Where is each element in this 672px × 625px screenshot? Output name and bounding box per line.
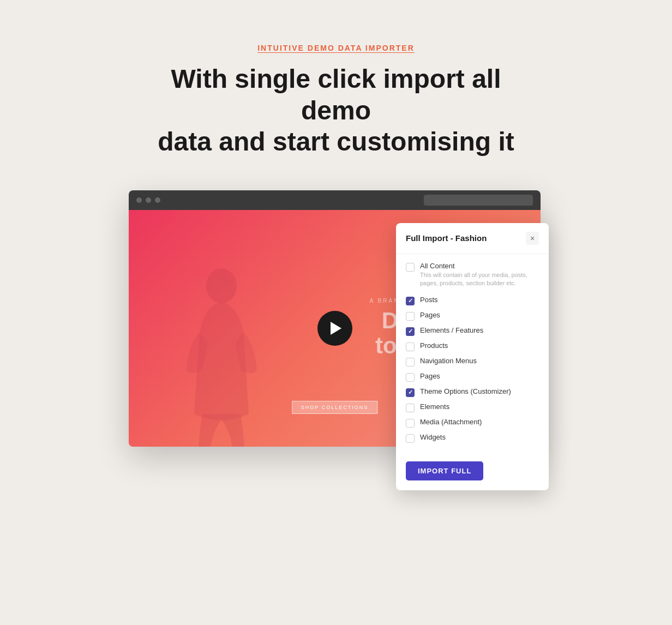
checkbox-all-content-desc: This will contain all of your media, pos…	[420, 271, 539, 288]
checkbox-media: Media (Attachment)	[406, 418, 539, 428]
browser-dot-yellow	[146, 197, 151, 203]
modal-title: Full Import - Fashion	[406, 233, 487, 243]
import-modal: Full Import - Fashion × All Content This…	[396, 223, 549, 490]
checkmark-icon: ✓	[408, 389, 413, 395]
checkbox-posts: ✓ Posts	[406, 296, 539, 305]
checkbox-elements-box[interactable]	[406, 404, 415, 412]
browser-bar	[129, 190, 541, 210]
checkmark-icon: ✓	[408, 298, 413, 304]
page-wrapper: INTUITIVE DEMO DATA IMPORTER With single…	[0, 0, 672, 485]
modal-close-button[interactable]: ×	[526, 232, 539, 245]
checkbox-elements-label: Elements	[420, 402, 449, 411]
checkbox-posts-box[interactable]: ✓	[406, 297, 415, 305]
modal-body: All Content This will contain all of you…	[396, 254, 549, 456]
checkbox-widgets-label: Widgets	[420, 433, 446, 441]
section-heading: With single click import all demo data a…	[145, 63, 527, 158]
checkbox-products-label: Products	[420, 341, 448, 350]
checkbox-products-box[interactable]	[406, 342, 415, 351]
browser-url-bar	[424, 195, 533, 206]
checkbox-theme-options-label: Theme Options (Customizer)	[420, 387, 511, 395]
checkbox-pages2: Pages	[406, 372, 539, 382]
checkbox-posts-label: Posts	[420, 296, 438, 304]
checkbox-pages: Pages	[406, 311, 539, 321]
checkbox-media-box[interactable]	[406, 419, 415, 428]
checkbox-widgets: Widgets	[406, 433, 539, 443]
import-full-button[interactable]: IMPORT FULL	[406, 461, 483, 480]
modal-footer: IMPORT FULL	[396, 456, 549, 490]
checkbox-all-content: All Content This will contain all of you…	[406, 262, 539, 288]
modal-header: Full Import - Fashion ×	[396, 223, 549, 254]
play-icon	[331, 322, 341, 335]
checkbox-widgets-box[interactable]	[406, 434, 415, 443]
shop-collections-button[interactable]: SHOP COLLECTIONS	[292, 401, 377, 414]
checkbox-pages2-box[interactable]	[406, 373, 415, 382]
fashion-figure	[161, 261, 281, 447]
browser-dot-red	[136, 197, 142, 203]
checkbox-elements-features-box[interactable]: ✓	[406, 327, 415, 336]
checkbox-pages-label: Pages	[420, 311, 440, 319]
demo-area: A BRAND FOR MEN AND WOMEN Designedto imp…	[129, 190, 543, 452]
checkbox-theme-options: ✓ Theme Options (Customizer)	[406, 387, 539, 397]
checkbox-all-content-label: All Content	[420, 262, 539, 270]
checkbox-elements-features-label: Elements / Features	[420, 326, 483, 334]
play-button[interactable]	[317, 311, 352, 346]
svg-point-0	[206, 268, 237, 303]
checkbox-all-content-box[interactable]	[406, 263, 415, 272]
browser-dot-green	[155, 197, 160, 203]
checkbox-products: Products	[406, 341, 539, 351]
checkbox-navigation-menus-box[interactable]	[406, 358, 415, 366]
checkmark-icon: ✓	[408, 328, 413, 334]
checkbox-theme-options-box[interactable]: ✓	[406, 388, 415, 397]
section-label: INTUITIVE DEMO DATA IMPORTER	[257, 44, 415, 52]
checkbox-pages2-label: Pages	[420, 372, 440, 380]
checkbox-navigation-menus-label: Navigation Menus	[420, 357, 477, 365]
checkbox-elements: Elements	[406, 402, 539, 412]
checkbox-navigation-menus: Navigation Menus	[406, 357, 539, 366]
checkbox-pages-box[interactable]	[406, 312, 415, 321]
checkbox-media-label: Media (Attachment)	[420, 418, 482, 426]
checkbox-elements-features: ✓ Elements / Features	[406, 326, 539, 336]
